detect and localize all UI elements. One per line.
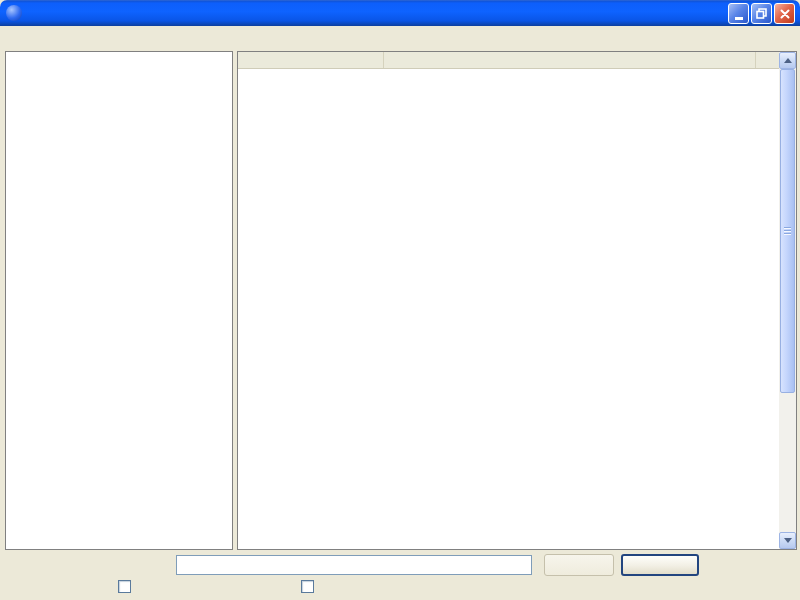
restore-button[interactable] <box>751 3 772 24</box>
window-controls <box>728 3 795 24</box>
system-information-window <box>0 0 800 600</box>
details-panel <box>237 51 797 550</box>
search-category-names-checkbox[interactable] <box>301 580 314 593</box>
scroll-down-button[interactable] <box>779 532 796 549</box>
column-header-filler <box>756 52 779 68</box>
find-what-input[interactable] <box>176 555 532 575</box>
scrollbar-thumb[interactable] <box>780 69 795 393</box>
system-information-icon[interactable] <box>6 5 22 21</box>
vertical-scrollbar[interactable] <box>779 52 796 549</box>
close-find-button[interactable] <box>621 554 699 576</box>
chevron-up-icon <box>784 58 792 63</box>
details-list <box>238 70 779 549</box>
find-button <box>544 554 614 576</box>
minimize-icon <box>735 17 743 20</box>
column-header-item[interactable] <box>238 52 384 68</box>
search-selected-category-checkbox[interactable] <box>118 580 131 593</box>
titlebar[interactable] <box>0 0 800 26</box>
restore-icon <box>756 8 767 19</box>
category-tree-panel <box>5 51 233 550</box>
scroll-up-button[interactable] <box>779 52 796 69</box>
chevron-down-icon <box>784 538 792 543</box>
menu-bar <box>0 26 800 48</box>
close-icon <box>780 9 790 19</box>
category-tree <box>6 52 232 549</box>
details-column-header <box>238 52 779 69</box>
column-header-value[interactable] <box>384 52 756 68</box>
close-button[interactable] <box>774 3 795 24</box>
minimize-button[interactable] <box>728 3 749 24</box>
